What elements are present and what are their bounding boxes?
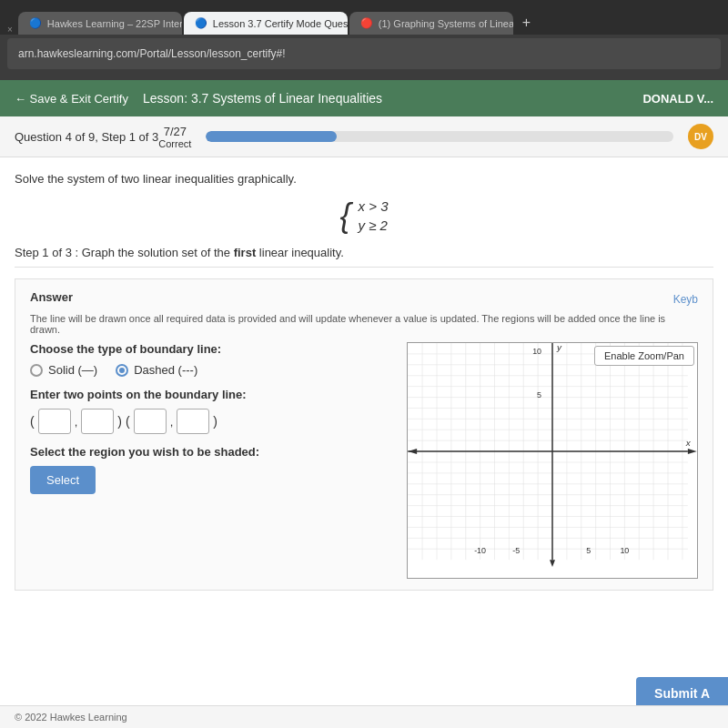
solid-label: Solid (—) [48, 363, 97, 377]
progress-bar-fill [206, 131, 337, 142]
boundary-label: Choose the type of boundary line: [30, 342, 392, 356]
footer-text: © 2022 Hawkes Learning [15, 712, 127, 723]
brace-symbol: { [340, 197, 351, 235]
select-region-button[interactable]: Select [30, 466, 96, 494]
tab-label-2: Lesson 3.7 Certify Mode Ques... [213, 18, 348, 29]
tab-x-1[interactable]: × [7, 25, 13, 35]
svg-text:-10: -10 [474, 546, 486, 555]
svg-text:5: 5 [537, 390, 541, 399]
point1-x-input[interactable] [38, 409, 71, 434]
answer-section: Answer Keyb The line will be drawn once … [15, 278, 713, 591]
tab-icon-3: 🔴 [360, 17, 373, 29]
lesson-title: Lesson: 3.7 Systems of Linear Inequaliti… [143, 91, 382, 106]
problem-statement: Solve the system of two linear inequalit… [15, 172, 713, 186]
svg-text:-5: -5 [512, 546, 520, 555]
keyboard-hint[interactable]: Keyb [673, 293, 698, 306]
point2-x-input[interactable] [134, 409, 167, 434]
step-number: Step 1 of 3 : [15, 246, 78, 259]
step-end: linear inequality. [259, 246, 344, 259]
info-text: The line will be drawn once all required… [30, 313, 698, 335]
svg-marker-50 [408, 449, 417, 454]
score-fraction: 7/27 [164, 125, 187, 138]
dashed-option[interactable]: Dashed (---) [116, 363, 197, 377]
score-area: 7/27 Correct [158, 125, 191, 149]
progress-bar-container [206, 131, 673, 142]
open-paren-1: ( [30, 414, 35, 429]
tab-icon-2: 🔵 [195, 17, 207, 29]
top-navigation: ← Save & Exit Certify Lesson: 3.7 System… [0, 80, 728, 116]
tab-hawkes-internal[interactable]: 🔵 Hawkes Learning – 22SP Inter... × [18, 12, 182, 35]
address-text: arn.hawkeslearning.com/Portal/Lesson/les… [18, 47, 285, 60]
point2-y-input[interactable] [177, 409, 209, 434]
address-bar[interactable]: arn.hawkeslearning.com/Portal/Lesson/les… [7, 38, 721, 69]
avatar: DV [688, 124, 713, 149]
step-instruction: Step 1 of 3 : Graph the solution set of … [15, 246, 713, 268]
equation-2: y ≥ 2 [359, 217, 389, 233]
svg-text:y: y [556, 343, 562, 352]
equation-1: x > 3 [359, 198, 389, 214]
tab-certify-active[interactable]: 🔵 Lesson 3.7 Certify Mode Ques... × [184, 12, 348, 35]
svg-text:x: x [685, 438, 692, 448]
question-header: Question 4 of 9, Step 1 of 3 7/27 Correc… [0, 116, 728, 157]
solid-radio[interactable] [30, 364, 43, 377]
close-paren-1: ) [117, 414, 122, 429]
dashed-radio[interactable] [116, 364, 128, 377]
step-emphasis: first [234, 246, 257, 259]
points-label: Enter two points on the boundary line: [30, 388, 392, 401]
main-content: Solve the system of two linear inequalit… [0, 157, 728, 605]
comma-1: , [75, 415, 78, 429]
score-label: Correct [158, 138, 191, 149]
open-paren-2: ( [126, 414, 130, 429]
comma-2: , [170, 415, 174, 429]
question-info: Question 4 of 9, Step 1 of 3 [15, 130, 158, 144]
tab-graphing-video[interactable]: 🔴 (1) Graphing Systems of Linea... × [349, 12, 513, 35]
dashed-label: Dashed (---) [134, 363, 197, 377]
tab-label-1: Hawkes Learning – 22SP Inter... [47, 18, 182, 29]
svg-text:5: 5 [586, 546, 591, 555]
graph-svg: -10 -5 5 10 10 5 x y [408, 343, 697, 578]
footer: © 2022 Hawkes Learning [0, 705, 728, 728]
svg-marker-40 [688, 449, 697, 454]
graph-container: Enable Zoom/Pan [407, 342, 698, 579]
math-system: { x > 3 y ≥ 2 [15, 197, 713, 235]
answer-label: Answer [30, 290, 73, 304]
svg-marker-51 [550, 560, 555, 567]
new-tab-button[interactable]: + [515, 11, 538, 35]
graph-area: -10 -5 5 10 10 5 x y [407, 342, 698, 579]
tab-label-3: (1) Graphing Systems of Linea... [379, 18, 513, 29]
user-name: DONALD V... [642, 92, 713, 106]
region-label: Select the region you wish to be shaded: [30, 445, 392, 459]
close-paren-2: ) [213, 414, 217, 429]
save-exit-button[interactable]: ← Save & Exit Certify [15, 92, 128, 106]
point1-y-input[interactable] [81, 409, 114, 434]
svg-text:10: 10 [532, 347, 541, 356]
tab-icon-1: 🔵 [29, 17, 42, 29]
step-text: Graph the solution set of the [82, 246, 234, 259]
dashed-radio-dot [119, 368, 125, 373]
svg-text:10: 10 [620, 546, 629, 555]
zoom-pan-button[interactable]: Enable Zoom/Pan [594, 346, 694, 366]
solid-option[interactable]: Solid (—) [30, 363, 97, 377]
